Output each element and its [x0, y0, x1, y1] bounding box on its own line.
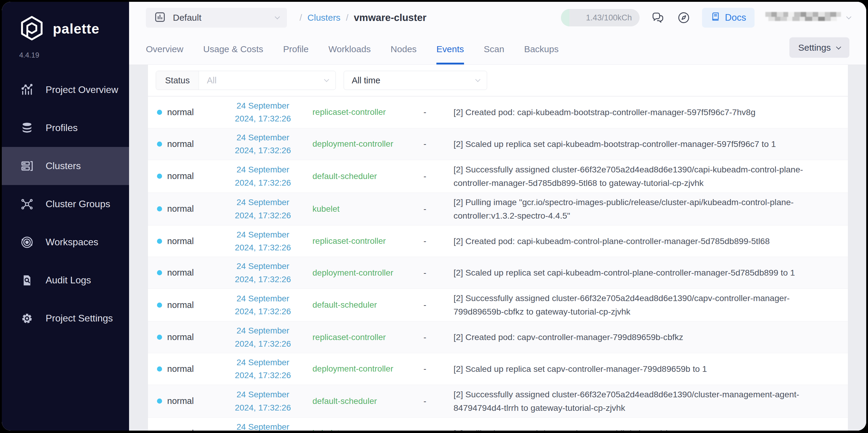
sidebar-item-project-overview[interactable]: Project Overview [2, 71, 129, 109]
event-status: normal [167, 268, 194, 278]
page-header: Default / Clusters / vmware-cluster 1.43… [129, 2, 866, 65]
event-row: normal 24 September 2024, 17:32:26 defau… [148, 385, 848, 418]
tab-profile[interactable]: Profile [283, 34, 309, 64]
palette-logo[interactable]: palette [2, 2, 129, 42]
event-reason: - [424, 204, 454, 214]
sidebar-item-label: Project Settings [45, 313, 113, 324]
status-dot [157, 303, 162, 308]
time-range-dropdown[interactable]: All time [344, 71, 487, 90]
event-source: replicaset-controller [312, 107, 424, 117]
event-date: 24 September 2024, 17:32:26 [213, 356, 312, 382]
main-area: Default / Clusters / vmware-cluster 1.43… [129, 2, 866, 431]
status-dot [157, 174, 162, 179]
event-source: deployment-controller [312, 139, 424, 149]
event-row: normal 24 September 2024, 17:32:26 kubel… [148, 193, 848, 226]
usage-badge-text: 1.43/100kCh [586, 9, 632, 26]
event-reason: - [424, 333, 454, 342]
chevron-down-icon [836, 44, 841, 49]
event-message: [2] Created pod: capi-kubeadm-control-pl… [454, 234, 848, 248]
breadcrumb-clusters-link[interactable]: Clusters [307, 12, 340, 23]
event-reason: - [424, 171, 454, 181]
event-date: 24 September 2024, 17:32:26 [213, 292, 312, 318]
tabbar: OverviewUsage & CostsProfileWorkloadsNod… [129, 34, 866, 65]
events-panel: Status All All time normal 24 September … [148, 65, 848, 431]
usage-badge: 1.43/100kCh [561, 9, 640, 26]
usage-progress-fill [561, 9, 569, 26]
event-message: [2] Pulling image "gcr.io/spectro-images… [454, 196, 848, 223]
sidebar-item-label: Audit Logs [45, 275, 91, 286]
event-date: 24 September 2024, 17:32:26 [213, 196, 312, 222]
event-reason: - [424, 236, 454, 246]
sidebar-nav: Project OverviewProfilesClustersCluster … [2, 71, 129, 337]
event-source: default-scheduler [312, 396, 424, 406]
breadcrumb: / Clusters / vmware-cluster [300, 12, 427, 23]
event-message: [2] Successfully assigned cluster-66f32e… [454, 292, 848, 319]
project-scope-selector[interactable]: Default [146, 8, 287, 28]
event-row: normal 24 September 2024, 17:32:26 repli… [148, 322, 848, 353]
event-date: 24 September 2024, 17:32:26 [213, 260, 312, 286]
event-source: default-scheduler [312, 171, 424, 181]
event-status: normal [167, 171, 194, 181]
event-message: [2] Created pod: capv-controller-manager… [454, 330, 848, 344]
topbar-right: 1.43/100kCh [561, 8, 850, 28]
docs-button[interactable]: Docs [702, 8, 754, 28]
event-reason: - [424, 139, 454, 149]
event-date: 24 September 2024, 17:32:26 [213, 131, 312, 157]
palette-logo-icon [19, 15, 45, 42]
sidebar-item-audit-logs[interactable]: Audit Logs [2, 261, 129, 299]
sidebar-item-cluster-groups[interactable]: Cluster Groups [2, 185, 129, 223]
event-status: normal [167, 364, 194, 374]
tab-backups[interactable]: Backups [524, 34, 559, 64]
events-table: normal 24 September 2024, 17:32:26 repli… [148, 97, 848, 431]
event-message: [2] Scaled up replica set capi-kubeadm-c… [454, 266, 848, 279]
chevron-down-icon [275, 14, 280, 20]
network-nodes-icon [20, 197, 34, 211]
compass-icon[interactable] [676, 10, 691, 25]
status-dot [157, 270, 162, 275]
event-status: normal [167, 396, 194, 406]
project-selector-value: Default [173, 12, 202, 23]
event-date: 24 September 2024, 17:32:26 [213, 388, 312, 414]
tab-nodes[interactable]: Nodes [391, 34, 416, 64]
status-dot [157, 366, 162, 371]
event-row: normal 24 September 2024, 17:32:26 deplo… [148, 257, 848, 289]
event-source: kubelet [312, 429, 424, 431]
event-reason: - [424, 268, 454, 278]
filter-bar: Status All All time [148, 65, 848, 96]
tab-usage-costs[interactable]: Usage & Costs [203, 34, 263, 64]
doc-search-icon [20, 273, 34, 288]
sidebar-item-label: Workspaces [45, 237, 98, 248]
event-status: normal [167, 429, 194, 431]
tab-workloads[interactable]: Workloads [328, 34, 371, 64]
app-version: 4.4.19 [19, 51, 129, 59]
event-reason: - [424, 396, 454, 406]
event-row: normal 24 September 2024, 17:32:26 repli… [148, 97, 848, 128]
status-filter-label: Status [156, 71, 199, 90]
sidebar-item-workspaces[interactable]: Workspaces [2, 223, 129, 261]
sidebar-item-project-settings[interactable]: Project Settings [2, 299, 129, 337]
tab-events[interactable]: Events [436, 34, 464, 64]
chevron-down-icon [475, 77, 480, 82]
chat-icon[interactable] [650, 10, 665, 25]
tab-overview[interactable]: Overview [146, 34, 183, 64]
event-date: 24 September 2024, 17:32:26 [213, 99, 312, 125]
sidebar-item-profiles[interactable]: Profiles [2, 109, 129, 147]
docs-button-label: Docs [725, 12, 746, 23]
event-status: normal [167, 300, 194, 310]
user-name-redacted [765, 11, 841, 24]
sidebar-item-clusters[interactable]: Clusters [2, 147, 129, 185]
event-source: kubelet [312, 204, 424, 214]
event-row: normal 24 September 2024, 17:32:26 repli… [148, 226, 848, 257]
event-reason: - [424, 429, 454, 431]
event-row: normal 24 September 2024, 17:32:26 deplo… [148, 128, 848, 160]
event-status: normal [167, 107, 194, 117]
user-menu[interactable] [765, 11, 850, 24]
book-icon [710, 11, 721, 24]
event-source: deployment-controller [312, 268, 424, 278]
status-filter-dropdown[interactable]: Status All [156, 71, 336, 90]
tab-scan[interactable]: Scan [484, 34, 504, 64]
settings-button[interactable]: Settings [789, 37, 849, 58]
chevron-down-icon [846, 14, 851, 20]
cluster-tabs: OverviewUsage & CostsProfileWorkloadsNod… [146, 34, 559, 64]
event-source: replicaset-controller [312, 333, 424, 342]
